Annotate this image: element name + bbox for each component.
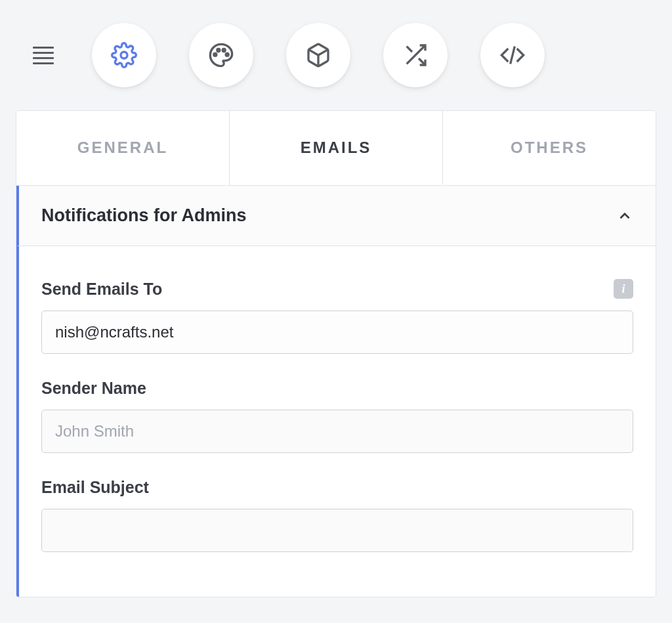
info-icon[interactable]: i: [614, 279, 633, 299]
tab-emails[interactable]: Emails: [230, 111, 443, 185]
svg-line-8: [407, 47, 412, 52]
settings-card: General Emails Others Notifications for …: [16, 110, 656, 597]
send-to-input[interactable]: [41, 311, 633, 354]
field-group-send-to: Send Emails To i: [41, 279, 633, 354]
gear-icon: [111, 42, 137, 68]
tab-general[interactable]: General: [16, 111, 230, 185]
chevron-up-icon: [616, 207, 633, 225]
sender-name-input[interactable]: [41, 410, 633, 453]
accordion-header-admin-notifications[interactable]: Notifications for Admins: [16, 186, 656, 246]
svg-point-4: [226, 53, 228, 56]
field-group-sender-name: Sender Name: [41, 379, 633, 453]
svg-point-1: [214, 53, 217, 56]
cube-icon: [305, 42, 331, 68]
theme-button[interactable]: [189, 23, 253, 87]
svg-point-0: [121, 52, 127, 58]
accordion-body: Send Emails To i Sender Name Email Subje…: [16, 246, 656, 597]
shuffle-button[interactable]: [383, 23, 448, 87]
email-subject-input[interactable]: [41, 509, 633, 552]
code-icon: [499, 42, 526, 68]
toolbar-icon-group: [92, 23, 545, 87]
cube-button[interactable]: [286, 23, 350, 87]
svg-point-3: [222, 49, 225, 52]
settings-button[interactable]: [92, 23, 156, 87]
svg-line-9: [511, 47, 515, 64]
shuffle-icon: [402, 42, 429, 68]
email-subject-label: Email Subject: [41, 478, 149, 497]
accordion-title: Notifications for Admins: [41, 205, 247, 226]
send-to-label: Send Emails To: [41, 280, 162, 299]
code-button[interactable]: [480, 23, 545, 87]
svg-point-2: [217, 49, 220, 52]
top-toolbar: [0, 0, 672, 110]
palette-icon: [208, 42, 234, 68]
tab-others[interactable]: Others: [443, 111, 656, 185]
field-group-email-subject: Email Subject: [41, 478, 633, 552]
sender-name-label: Sender Name: [41, 379, 146, 398]
tabs-nav: General Emails Others: [16, 111, 656, 186]
hamburger-menu-icon[interactable]: [33, 42, 59, 68]
